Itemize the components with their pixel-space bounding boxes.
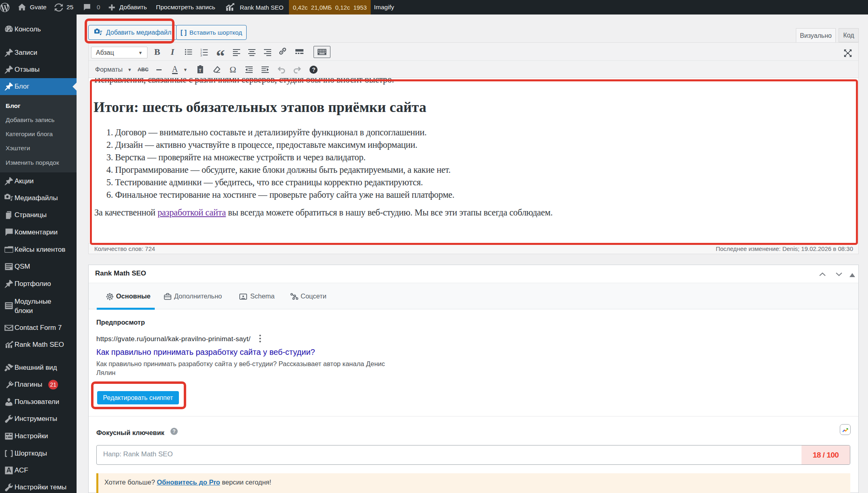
svg-text:?: ?: [312, 66, 316, 73]
svg-text:3: 3: [200, 53, 202, 56]
svg-text:T: T: [199, 68, 201, 72]
